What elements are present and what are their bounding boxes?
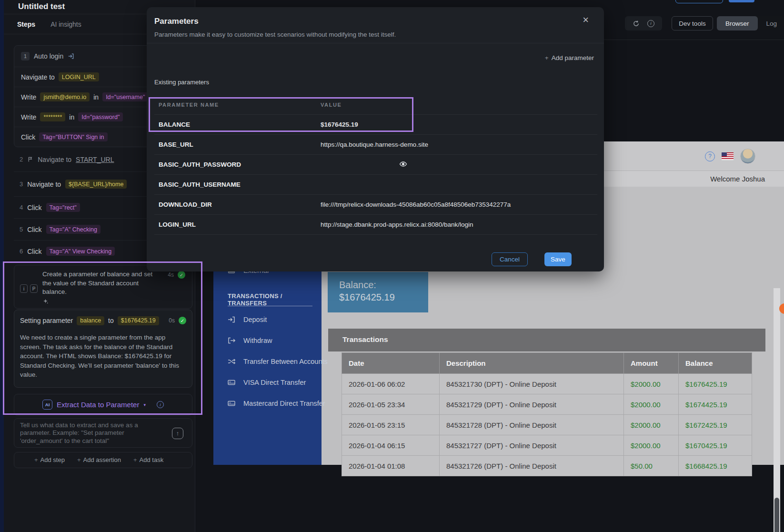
transactions-table: Date Description Amount Balance 2026-01-… bbox=[342, 352, 752, 476]
us-flag-icon[interactable] bbox=[722, 152, 734, 160]
cell-balance: $1668425.19 bbox=[679, 456, 752, 476]
cell-amount: $2000.00 bbox=[624, 374, 679, 394]
cell-balance: $1674425.19 bbox=[679, 394, 752, 415]
existing-parameters-label: Existing parameters bbox=[154, 79, 209, 86]
table-bottom-divider bbox=[154, 234, 597, 235]
cell-date: 2026-01-05 23:15 bbox=[342, 415, 440, 435]
avatar[interactable] bbox=[740, 149, 755, 164]
transactions-header-bar: Transactions bbox=[328, 329, 765, 351]
browser-scrollbar[interactable] bbox=[774, 288, 780, 532]
close-icon[interactable]: × bbox=[583, 14, 589, 26]
cell-amount: $2000.00 bbox=[624, 435, 679, 456]
column-parameter-name: PARAMETER NAME bbox=[159, 102, 219, 108]
balance-label: Balance: bbox=[339, 279, 428, 291]
tab-log[interactable]: Log bbox=[758, 16, 784, 30]
sidebar-item-mastercard-direct-transfer[interactable]: Mastercard Direct Transfer bbox=[228, 400, 325, 407]
table-row: 2026-01-05 23:34 845321729 (DPT) - Onlin… bbox=[342, 394, 752, 415]
submit-arrow-button[interactable]: ↑ bbox=[172, 428, 183, 439]
ai-objective-text: Create a parameter of balance and set th… bbox=[42, 270, 161, 297]
credit-card-icon bbox=[228, 379, 236, 386]
sidebar-section-title: TRANSACTIONS / TRANSFERS bbox=[228, 292, 322, 307]
dev-tools-button[interactable]: Dev tools bbox=[672, 16, 713, 30]
parameter-row-basic-auth-password[interactable]: BASIC_AUTH_PASSWORD bbox=[154, 154, 597, 174]
refresh-icon[interactable] bbox=[633, 20, 640, 27]
help-icon[interactable]: ? bbox=[705, 151, 715, 161]
save-button[interactable]: Save bbox=[544, 252, 572, 266]
parameter-row-download-dir[interactable]: DOWNLOAD_DIR file:///tmp/relicx-download… bbox=[154, 194, 597, 214]
step-value-badge: jsmith@demo.io bbox=[40, 92, 90, 101]
step-number: 2 bbox=[20, 156, 23, 163]
ai-setting-card[interactable]: Setting parameter balance to $1676425.19… bbox=[14, 310, 192, 388]
param-value-badge: $1676425.19 bbox=[118, 316, 159, 325]
extract-dropdown-label: Extract Data to Parameter bbox=[57, 401, 139, 409]
parameter-row-base-url[interactable]: BASE_URL https://qa.boutique.harness-dem… bbox=[154, 134, 597, 154]
parameters-table: PARAMETER NAME VALUE BALANCE $1676425.19… bbox=[154, 97, 597, 235]
step-value-badge: LOGIN_URL bbox=[59, 72, 99, 81]
transactions-title: Transactions bbox=[342, 335, 388, 344]
info-icon[interactable]: i bbox=[647, 20, 654, 27]
cancel-button[interactable]: Cancel bbox=[492, 252, 528, 266]
step-action: Click bbox=[27, 248, 41, 255]
cell-date: 2026-01-06 06:02 bbox=[342, 374, 440, 394]
add-assertion-button[interactable]: +Add assertion bbox=[77, 456, 121, 463]
app-root: Untitled test Steps AI insights 1 Auto l… bbox=[0, 0, 784, 532]
eye-icon[interactable] bbox=[399, 161, 407, 167]
sidebar-divider bbox=[228, 306, 312, 306]
step-action: Navigate to bbox=[21, 73, 55, 81]
tab-steps[interactable]: Steps bbox=[17, 20, 35, 28]
left-accent-rail bbox=[0, 0, 4, 532]
step-number: 1 bbox=[21, 52, 30, 60]
column-amount: Amount bbox=[624, 353, 679, 374]
info-badge-icon: i bbox=[20, 284, 28, 293]
step-action: Click bbox=[27, 204, 41, 211]
extract-input-box[interactable]: Tell us what data to extract and save as… bbox=[14, 418, 192, 448]
parameter-row-login-url[interactable]: LOGIN_URL http://stage.dbank.prod-apps.r… bbox=[154, 214, 597, 234]
sidebar-item-withdraw[interactable]: Withdraw bbox=[228, 337, 272, 344]
info-icon[interactable]: i bbox=[157, 401, 164, 408]
step-number: 5 bbox=[20, 226, 23, 233]
step-action: in bbox=[69, 113, 74, 121]
step-link[interactable]: START_URL bbox=[76, 156, 114, 163]
extract-data-dropdown[interactable]: AI Extract Data to Parameter ▾ i bbox=[14, 394, 192, 416]
add-actions-bar: +Add step +Add assertion +Add task bbox=[14, 452, 192, 468]
add-step-button[interactable]: +Add step bbox=[34, 456, 65, 463]
chevron-down-icon: ▾ bbox=[143, 402, 146, 407]
ai-explanation-text: We need to create a single parameter fro… bbox=[14, 331, 192, 387]
step-action: Navigate to bbox=[38, 156, 71, 163]
cell-description: 845321726 (DPT) - Online Deposit bbox=[440, 456, 624, 476]
step-action: Navigate to bbox=[27, 181, 61, 188]
table-row: 2026-01-06 06:02 845321730 (DPT) - Onlin… bbox=[342, 374, 752, 394]
ai-objective-icons: i P bbox=[20, 284, 38, 293]
primary-action-button[interactable] bbox=[729, 0, 754, 2]
balance-value: $1676425.19 bbox=[339, 291, 428, 303]
shuffle-icon bbox=[228, 358, 236, 365]
sparkle-icon bbox=[42, 298, 49, 304]
table-row: 2026-01-05 23:15 845321728 (DPT) - Onlin… bbox=[342, 415, 752, 435]
plus-icon: + bbox=[34, 456, 38, 463]
view-switcher: Browser Log bbox=[717, 16, 784, 30]
add-parameter-button[interactable]: +Add parameter bbox=[545, 54, 594, 61]
cell-amount: $2000.00 bbox=[624, 394, 679, 415]
sidebar-item-deposit[interactable]: Deposit bbox=[228, 316, 267, 323]
welcome-text: Welcome Joshua bbox=[710, 175, 765, 183]
step-duration: 4s bbox=[168, 271, 174, 278]
check-circle-icon: ✓ bbox=[178, 271, 185, 279]
tab-ai-insights[interactable]: AI insights bbox=[50, 20, 81, 28]
parameters-table-header: PARAMETER NAME VALUE bbox=[154, 97, 597, 114]
sidebar-item-transfer-between-accounts[interactable]: Transfer Between Accounts bbox=[228, 358, 328, 365]
step-number: 4 bbox=[20, 204, 23, 211]
add-task-button[interactable]: +Add task bbox=[133, 456, 163, 463]
cell-amount: $2000.00 bbox=[624, 415, 679, 435]
step-value-badge: ${BASE_URL}/home bbox=[65, 180, 127, 189]
cell-balance: $1672425.19 bbox=[679, 415, 752, 435]
parameters-modal: × Parameters Parameters make it easy to … bbox=[147, 7, 604, 271]
step-action: Click bbox=[27, 226, 41, 233]
cell-description: 845321730 (DPT) - Online Deposit bbox=[440, 374, 624, 394]
tab-browser[interactable]: Browser bbox=[717, 16, 758, 30]
scrollbar-thumb[interactable] bbox=[774, 498, 779, 532]
secondary-action-button[interactable] bbox=[675, 0, 723, 3]
parameter-row-balance[interactable]: BALANCE $1676425.19 bbox=[154, 114, 597, 134]
cell-description: 845321729 (DPT) - Online Deposit bbox=[440, 394, 624, 415]
sidebar-item-visa-direct-transfer[interactable]: VISA Direct Transfer bbox=[228, 379, 306, 386]
parameter-row-basic-auth-username[interactable]: BASIC_AUTH_USERNAME bbox=[154, 174, 597, 194]
